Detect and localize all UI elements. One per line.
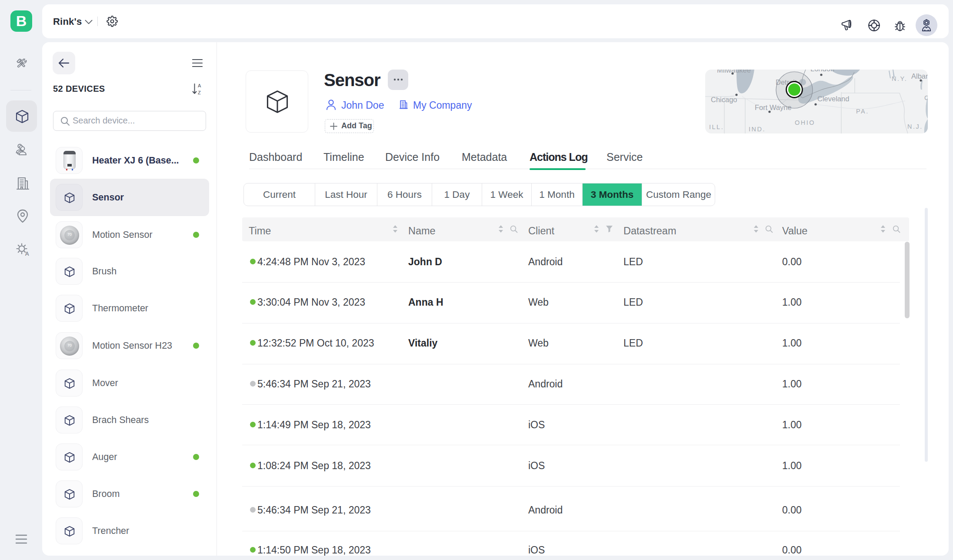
svg-text:OHIO: OHIO xyxy=(795,119,815,126)
svg-text:C: C xyxy=(924,94,928,101)
svg-text:IND.: IND. xyxy=(749,126,766,133)
svg-text:Alban: Alban xyxy=(911,72,928,80)
svg-text:Chicago: Chicago xyxy=(711,96,737,103)
svg-text:A: A xyxy=(198,83,201,88)
svg-text:Milwaukee: Milwaukee xyxy=(717,70,751,74)
svg-text:Cleveland: Cleveland xyxy=(817,95,849,103)
svg-text:Z: Z xyxy=(198,90,201,95)
svg-text:London: London xyxy=(810,70,834,73)
svg-text:A: A xyxy=(25,250,30,257)
svg-text:ILL.: ILL. xyxy=(709,123,724,130)
svg-text:N.Y.: N.Y. xyxy=(892,75,907,82)
svg-text:N.J.: N.J. xyxy=(907,123,923,130)
svg-text:PA.: PA. xyxy=(856,108,869,115)
